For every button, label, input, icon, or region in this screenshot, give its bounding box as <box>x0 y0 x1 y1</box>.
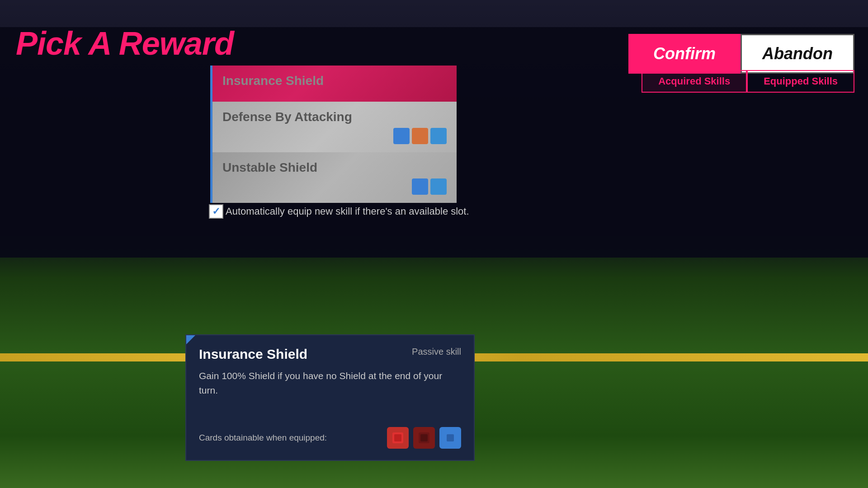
svg-rect-3 <box>420 434 428 441</box>
reward-name-defense-by-attacking: Defense By Attacking <box>222 110 447 124</box>
auto-equip-row: ✓ Automatically equip new skill if there… <box>209 204 469 219</box>
checkbox-check-icon: ✓ <box>212 206 220 217</box>
dot-blue2-1 <box>430 128 447 144</box>
reward-name-insurance-shield: Insurance Shield <box>222 74 447 88</box>
dot-blue-2 <box>412 178 428 195</box>
acquired-skills-tab[interactable]: Acquired Skills <box>642 70 747 93</box>
page-title: Pick A Reward <box>16 25 234 62</box>
cards-row: Cards obtainable when equipped: <box>199 427 461 449</box>
reward-list: Insurance Shield Defense By Attacking Un… <box>210 66 457 203</box>
top-buttons: Confirm Abandon <box>628 34 854 74</box>
dot-blue2-2 <box>430 178 447 195</box>
cards-obtainable-label: Cards obtainable when equipped: <box>199 433 382 443</box>
card-icon-blue-1 <box>439 427 461 449</box>
abandon-button[interactable]: Abandon <box>741 34 854 74</box>
reward-item-insurance-shield[interactable]: Insurance Shield <box>210 66 457 102</box>
auto-equip-label: Automatically equip new skill if there's… <box>226 206 469 217</box>
auto-equip-checkbox[interactable]: ✓ <box>209 204 223 219</box>
card-icon-red-1 <box>387 427 409 449</box>
reward-item-defense-by-attacking[interactable]: Defense By Attacking <box>210 102 457 152</box>
card-icon-darkred-1 <box>413 427 435 449</box>
reward-item-unstable-shield[interactable]: Unstable Shield <box>210 152 457 203</box>
info-card-header: Insurance Shield Passive skill <box>199 347 461 362</box>
info-card-corner-decoration <box>186 335 195 344</box>
dot-orange-1 <box>412 128 428 144</box>
info-card: Insurance Shield Passive skill Gain 100%… <box>185 334 475 461</box>
svg-rect-1 <box>394 434 401 441</box>
equipped-skills-tab[interactable]: Equipped Skills <box>747 70 854 93</box>
info-card-type: Passive skill <box>412 347 461 357</box>
reward-name-unstable-shield: Unstable Shield <box>222 160 447 175</box>
reward-dots-defense <box>222 128 447 144</box>
dot-blue-1 <box>393 128 410 144</box>
confirm-button[interactable]: Confirm <box>628 34 741 74</box>
skill-tabs: Acquired Skills Equipped Skills <box>642 70 854 93</box>
svg-rect-5 <box>447 434 454 441</box>
info-card-title: Insurance Shield <box>199 347 307 362</box>
info-card-description: Gain 100% Shield if you have no Shield a… <box>199 369 461 397</box>
reward-dots-unstable <box>222 178 447 195</box>
